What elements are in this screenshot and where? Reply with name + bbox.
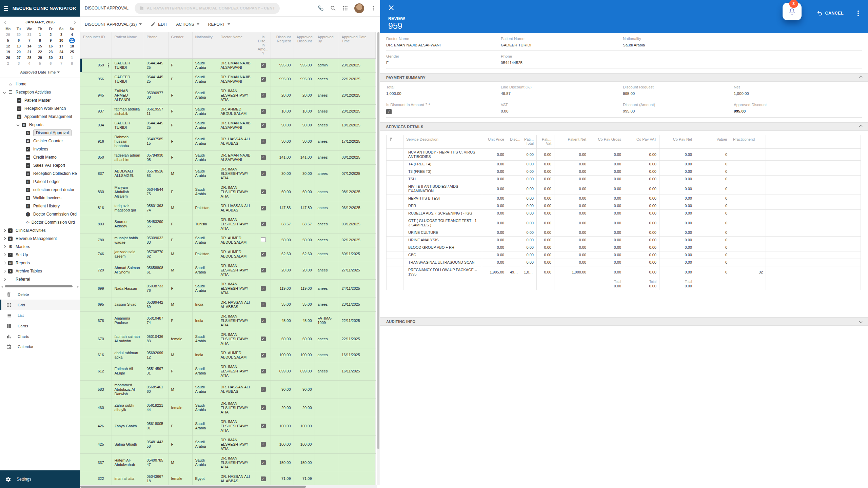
calendar-day[interactable]: 9 [45,38,56,43]
sidebar-horizontal-scrollbar[interactable] [1,285,79,288]
is-discount-checkbox[interactable]: ✓ [261,286,266,291]
calendar-day[interactable]: 2 [45,32,56,37]
calendar-day[interactable]: 8 [35,38,45,43]
sidebar-item-referral[interactable]: Referral [0,275,80,283]
calendar-day[interactable]: 29 [3,32,13,37]
services-column-header[interactable]: Pati... Total [521,135,537,149]
is-discount-checkbox[interactable]: ✓ [261,109,266,114]
table-row[interactable]: 956GADEER TURIDI0544144525FSaudi ArabiaD… [80,72,375,86]
calendar-day[interactable]: 1 [67,55,77,60]
calendar-day-selected[interactable]: 11 [67,38,77,43]
sidebar-item-reports[interactable]: ▤Reports [0,259,80,267]
table-row[interactable]: 959GADEER TURIDI0544144525FSaudi ArabiaD… [80,58,375,72]
calendar-day[interactable]: 7 [56,61,66,66]
sidebar-item-reception-activities[interactable]: ☰Reception Activities [0,88,80,96]
view-delete[interactable]: Delete [0,289,80,300]
service-row[interactable]: CBC0.000.000.000.000.000.000.000 [387,251,861,259]
service-row[interactable]: GTT ( GLUCOSE TOLERANCE TEST - 1- 3 SAMP… [387,217,861,229]
calendar-day[interactable]: 19 [3,49,13,55]
calendar-day[interactable]: 6 [45,61,56,66]
is-discount-checkbox[interactable]: ✓ [261,93,266,98]
column-header[interactable]: Doctor Name [218,32,256,58]
calendar-day[interactable]: 16 [45,43,56,49]
services-column-header[interactable]: Vatper [695,135,730,149]
grid-vertical-scrollbar[interactable] [377,32,380,485]
sidebar-item-invoices[interactable]: ✓Invoices [0,145,80,153]
is-discount-checkbox[interactable]: ✓ [261,139,266,144]
calendar-day[interactable]: 28 [24,55,35,60]
is-discount-checkbox[interactable]: ✓ [261,318,266,323]
table-row[interactable]: 612Fatimah Ali ALrijal0551459731FSaudi A… [80,362,375,380]
view-cards[interactable]: Cards [0,321,80,331]
is-discount-checkbox[interactable]: ✓ [261,63,266,68]
services-column-header[interactable]: Co Pay VAT [624,135,659,149]
table-row[interactable]: 746janzada said azeem0573877062MPakistan… [80,247,375,261]
table-row[interactable]: 945ZAINAB AHMED ALFANDI0539097788FSaudi … [80,86,375,104]
calendar-day[interactable]: 27 [13,55,24,60]
is-discount-checkbox[interactable]: ✓ [261,77,266,82]
notifications-button[interactable]: 3 [783,3,802,20]
services-column-header[interactable]: Co Pay Gross [589,135,624,149]
calendar-day[interactable]: 5 [3,38,13,43]
table-row[interactable]: 816tariq aziz maqsood gul0580139374MPaki… [80,201,375,215]
sidebar-item-credit-memo[interactable]: ▬Credit Memo [0,153,80,161]
table-row[interactable]: 699Nada Hassan0503873376FSaudi ArabiaDR.… [80,279,375,298]
is-discount-checkbox[interactable]: ✓ [261,155,266,160]
column-header[interactable]: Discount Request [271,32,294,58]
table-row[interactable]: 460Zahra subhi alhayik0561822144femaleSa… [80,399,375,417]
service-row[interactable]: HEPATITIS B TEST0.000.000.000.000.000.00… [387,195,861,202]
user-avatar[interactable] [354,3,364,13]
edit-button[interactable]: EDIT [151,22,167,27]
column-header[interactable]: Approved Date Time [339,32,375,58]
services-column-header[interactable]: Patient Net [554,135,589,149]
calendar-day[interactable]: 5 [35,61,45,66]
table-row[interactable]: 337Hatem Al-Abdulwahab0540078547MSaudi A… [80,453,375,472]
sidebar-item-collection-report-doctor[interactable]: ‖collection report doctor [0,186,80,194]
table-row[interactable]: 583mohmmed Abdulaziz Al-Darwish056854616… [80,380,375,399]
org-selector[interactable]: AL RAYA INTERNATIONAL MEDICAL COMPLEX CO… [135,3,280,14]
payment-summary-header[interactable]: PAYMENT SUMMARY [380,73,868,82]
services-column-header[interactable]: Practitionerid [730,135,766,149]
services-column-header[interactable]: Disc... [507,135,521,149]
row-menu-icon[interactable] [106,63,111,68]
cancel-button[interactable]: CANCEL [817,10,844,16]
is-discount-checkbox[interactable]: ✓ [261,460,266,465]
is-discount-checkbox[interactable]: ✓ [261,189,266,194]
sidebar-item-reception-work-bench[interactable]: ▭Reception Work Bench [0,104,80,113]
calendar-day[interactable]: 23 [45,49,56,55]
calendar-day[interactable]: 31 [56,55,66,60]
table-row[interactable]: 676Aniamma Poulose0501048774FIndiaDR. IM… [80,311,375,330]
is-discount-checkbox[interactable] [261,237,266,242]
table-row[interactable]: 934GADEER TURIDI0544144525FSaudi ArabiaD… [80,118,375,132]
calendar-day[interactable]: 7 [24,38,35,43]
calendar-day[interactable]: 3 [56,32,66,37]
is-amount-checkbox[interactable]: ✓ [386,109,392,114]
sidebar-item-patient-history[interactable]: ‖Patient History [0,202,80,210]
table-row[interactable]: 695Jassim Siyad0538944269MIndiaDR. HASSA… [80,298,375,311]
column-header[interactable]: Encounter ID [80,32,112,58]
sidebar-item-set-up[interactable]: ⌕Set Up [0,251,80,259]
service-row[interactable]: RPR0.000.000.000.000.000.000.000 [387,202,861,210]
table-row[interactable]: 322iman ali atia0504366718femaleEgyptDR.… [80,472,375,486]
table-row[interactable]: 729Ahmad Salman Al Shomli0565880861MSaud… [80,261,375,279]
sidebar-item-reception-collection-re[interactable]: ▭Reception Collection Re [0,169,80,178]
sidebar-item-reports[interactable]: ◉Reports [0,121,80,129]
service-row[interactable]: HIV I & II ANTIBODIES / AIDS EXAMINATION… [387,183,861,195]
apps-grid-icon[interactable] [342,5,348,11]
sidebar-item-discount-approval[interactable]: $Discount Approval [0,129,80,137]
calendar-day[interactable]: 2 [3,61,13,66]
table-row[interactable]: 837ABDLWALI ALLSMGEL0557851653MSaudi Ara… [80,164,375,183]
column-header[interactable]: Patient Name [112,32,144,58]
service-row[interactable]: BLOOD GROUP ABO + RH0.000.000.000.000.00… [387,244,861,251]
is-discount-checkbox[interactable]: ✓ [261,353,266,358]
sidebar-item-cashier-counter[interactable]: ▣Cashier Counter [0,137,80,145]
calendar-day[interactable]: 13 [13,43,24,49]
calendar-day[interactable]: 21 [24,49,35,55]
is-discount-checkbox[interactable]: ✓ [261,442,266,447]
calendar-day[interactable]: 25 [67,49,77,55]
sidebar-item-patient-master[interactable]: ≡Patient Master [0,96,80,104]
sidebar-item-appointment-management[interactable]: ⊞Appointment Management [0,113,80,121]
services-column-header[interactable]: Pati... Vat [537,135,554,149]
calendar-next-icon[interactable] [73,20,76,24]
is-discount-checkbox[interactable]: ✓ [261,171,266,176]
